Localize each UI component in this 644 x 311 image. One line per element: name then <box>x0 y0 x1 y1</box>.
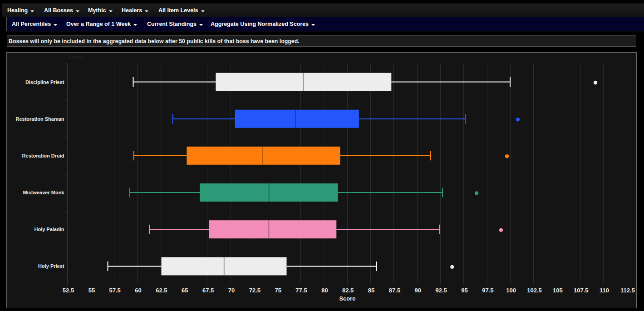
svg-text:67.5: 67.5 <box>202 287 214 294</box>
svg-text:85: 85 <box>368 287 374 294</box>
svg-text:Discipline Priest: Discipline Priest <box>25 79 64 85</box>
svg-text:Mistweaver Monk: Mistweaver Monk <box>23 190 64 195</box>
svg-text:87.5: 87.5 <box>389 287 400 294</box>
svg-text:110: 110 <box>600 287 609 294</box>
svg-text:70: 70 <box>228 287 235 294</box>
svg-text:100: 100 <box>506 287 516 294</box>
svg-text:112.5: 112.5 <box>620 287 635 294</box>
svg-text:95: 95 <box>461 287 467 294</box>
svg-text:Holy Paladin: Holy Paladin <box>34 227 64 232</box>
svg-text:Restoration Shaman: Restoration Shaman <box>16 116 64 122</box>
svg-text:Zoom: Zoom <box>68 54 84 60</box>
svg-text:92.5: 92.5 <box>436 287 447 294</box>
svg-text:Holy Priest: Holy Priest <box>38 263 64 269</box>
svg-text:77.5: 77.5 <box>295 287 307 294</box>
svg-text:57.5: 57.5 <box>109 287 121 294</box>
svg-text:75: 75 <box>275 287 281 294</box>
svg-text:102.5: 102.5 <box>527 287 542 294</box>
svg-text:Score: Score <box>339 295 355 302</box>
svg-text:52.5: 52.5 <box>63 287 74 294</box>
svg-text:90: 90 <box>415 287 421 294</box>
svg-text:97.5: 97.5 <box>482 287 493 294</box>
svg-text:105: 105 <box>553 287 563 294</box>
svg-text:72.5: 72.5 <box>249 287 261 294</box>
svg-text:Restoration Druid: Restoration Druid <box>22 153 64 158</box>
svg-text:82.5: 82.5 <box>342 287 354 294</box>
svg-text:107.5: 107.5 <box>574 287 589 294</box>
svg-text:55: 55 <box>88 287 95 294</box>
svg-text:62.5: 62.5 <box>156 287 167 294</box>
svg-text:65: 65 <box>182 287 188 294</box>
svg-text:80: 80 <box>321 287 328 294</box>
svg-text:60: 60 <box>135 287 141 294</box>
